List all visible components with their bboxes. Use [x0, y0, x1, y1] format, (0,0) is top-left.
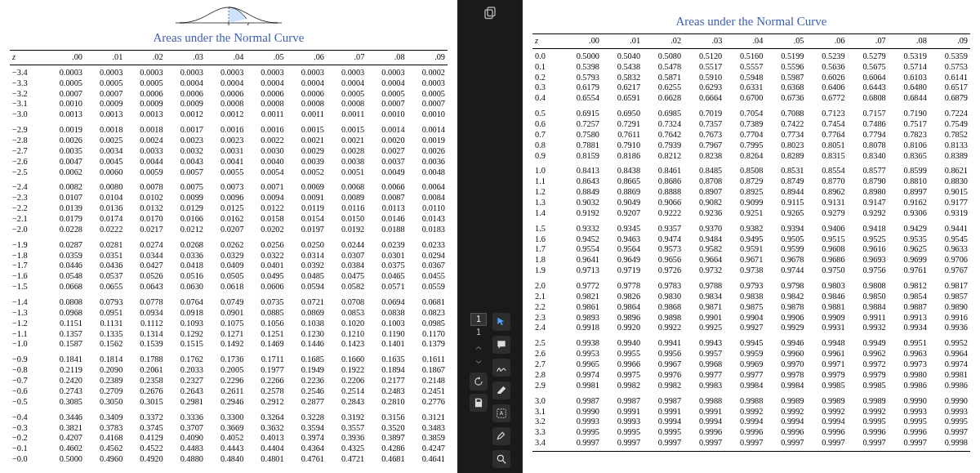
prob-cell: 0.4443 — [206, 444, 246, 454]
prob-cell: 0.2676 — [125, 386, 165, 397]
prob-cell: 0.0344 — [125, 251, 165, 261]
prob-cell: 0.1038 — [287, 319, 327, 329]
prob-cell: 0.9591 — [724, 244, 765, 255]
prob-cell: 0.9207 — [602, 208, 643, 221]
prob-cell: 0.0630 — [166, 282, 206, 295]
table-row: −2.70.00350.00340.00330.00320.00310.0030… — [10, 146, 448, 157]
prob-cell: 0.9953 — [561, 349, 602, 359]
prob-cell: 0.4522 — [125, 444, 165, 454]
highlight-tool[interactable] — [492, 427, 510, 445]
prob-cell: 0.7673 — [684, 130, 724, 141]
prob-cell: 0.9984 — [724, 381, 765, 394]
chevron-up-icon[interactable] — [474, 343, 483, 355]
prob-cell: 0.9974 — [929, 359, 970, 370]
table-row: 3.00.99870.99870.99870.99880.99880.99890… — [532, 394, 970, 407]
prob-cell: 0.6808 — [848, 93, 889, 106]
prob-cell: 0.0025 — [85, 136, 125, 146]
prob-cell: 0.8749 — [765, 176, 806, 187]
prob-cell: 0.9131 — [807, 198, 848, 208]
prob-cell: 0.4129 — [125, 433, 165, 444]
page-current[interactable]: 1 — [470, 313, 487, 326]
prob-cell: 0.9993 — [929, 407, 970, 417]
svg-point-6 — [497, 455, 503, 461]
prob-cell: 0.9979 — [807, 370, 848, 381]
prob-cell: 0.0018 — [125, 123, 165, 136]
z-value: 3.4 — [532, 438, 561, 451]
prob-cell: 0.0009 — [125, 99, 165, 109]
prob-cell: 0.8810 — [889, 176, 929, 187]
prob-cell: 0.9864 — [602, 302, 643, 313]
prob-cell: 0.0392 — [287, 261, 327, 271]
prob-cell: 0.9988 — [684, 394, 724, 407]
prob-cell: 0.9997 — [807, 438, 848, 451]
text-select-tool[interactable]: A — [492, 404, 510, 422]
prob-cell: 0.1020 — [327, 319, 367, 329]
copy-icon[interactable] — [483, 5, 497, 20]
prob-cell: 0.2578 — [246, 386, 286, 397]
prob-cell: 0.0004 — [206, 78, 246, 89]
prob-cell: 0.9955 — [602, 349, 643, 359]
prob-cell: 0.5319 — [889, 48, 929, 61]
prob-cell: 0.9719 — [602, 266, 643, 279]
prob-cell: 0.9803 — [807, 279, 848, 292]
prob-cell: 0.0329 — [206, 251, 246, 261]
prob-cell: 0.6844 — [889, 93, 929, 106]
prob-cell: 0.0228 — [45, 225, 85, 238]
prob-cell: 0.0139 — [45, 203, 85, 214]
eraser-tool[interactable] — [492, 382, 510, 399]
prob-cell: 0.8830 — [929, 176, 970, 187]
prob-cell: 0.5040 — [602, 48, 643, 61]
save-button[interactable] — [470, 394, 488, 412]
z-table-positive: z.00.01.02.03.04.05.06.07.08.09 0.00.500… — [532, 33, 970, 452]
prob-cell: 0.9994 — [765, 417, 806, 427]
prob-cell: 0.0104 — [85, 193, 125, 203]
prob-cell: 0.8340 — [848, 151, 889, 164]
prob-cell: 0.9994 — [807, 417, 848, 427]
prob-cell: 0.9995 — [848, 417, 889, 427]
table-row: −0.10.46020.45620.45220.44830.44430.4404… — [10, 444, 448, 454]
prob-cell: 0.9962 — [848, 349, 889, 359]
prob-cell: 0.0005 — [85, 78, 125, 89]
prob-cell: 0.4286 — [367, 444, 407, 454]
prob-cell: 0.9978 — [765, 370, 806, 381]
prob-cell: 0.2119 — [45, 365, 85, 376]
prob-cell: 0.7704 — [724, 130, 765, 141]
col-header: .08 — [367, 51, 407, 65]
prob-cell: 0.9997 — [602, 438, 643, 451]
prob-cell: 0.5160 — [724, 48, 765, 61]
comment-tool[interactable] — [492, 336, 510, 354]
cursor-tool[interactable] — [492, 313, 510, 331]
prob-cell: 0.0012 — [206, 109, 246, 123]
signature-tool[interactable] — [492, 359, 510, 377]
prob-cell: 0.9649 — [602, 255, 643, 266]
table-row: −1.60.05480.05370.05260.05160.05050.0495… — [10, 271, 448, 282]
prob-cell: 0.3446 — [45, 410, 85, 423]
z-value: −1.1 — [10, 329, 45, 340]
chevron-down-icon[interactable] — [474, 357, 483, 369]
prob-cell: 0.6179 — [561, 83, 602, 93]
z-value: 1.3 — [532, 198, 561, 208]
prob-cell: 0.9945 — [724, 336, 765, 349]
rotate-button[interactable] — [470, 373, 488, 390]
zoom-tool[interactable] — [492, 450, 510, 468]
prob-cell: 0.9996 — [848, 427, 889, 438]
prob-cell: 0.9951 — [889, 336, 929, 349]
prob-cell: 0.8925 — [724, 187, 765, 198]
prob-cell: 0.1814 — [85, 352, 125, 365]
prob-cell: 0.9985 — [807, 381, 848, 394]
prob-cell: 0.8643 — [561, 176, 602, 187]
z-header: z — [10, 51, 45, 65]
prob-cell: 0.0250 — [287, 238, 327, 251]
table-row: −0.90.18410.18140.17880.17620.17360.1711… — [10, 352, 448, 365]
prob-cell: 0.7764 — [807, 130, 848, 141]
prob-cell: 0.0367 — [408, 261, 448, 271]
prob-cell: 0.9984 — [765, 381, 806, 394]
prob-cell: 0.9871 — [684, 302, 724, 313]
prob-cell: 0.1611 — [408, 352, 448, 365]
prob-cell: 0.0005 — [367, 89, 407, 100]
z-value: −3.4 — [10, 65, 45, 78]
prob-cell: 0.5596 — [765, 62, 806, 73]
prob-cell: 0.9991 — [602, 407, 643, 417]
prob-cell: 0.6628 — [643, 93, 684, 106]
table-row: 1.30.90320.90490.90660.90820.90990.91150… — [532, 198, 970, 208]
